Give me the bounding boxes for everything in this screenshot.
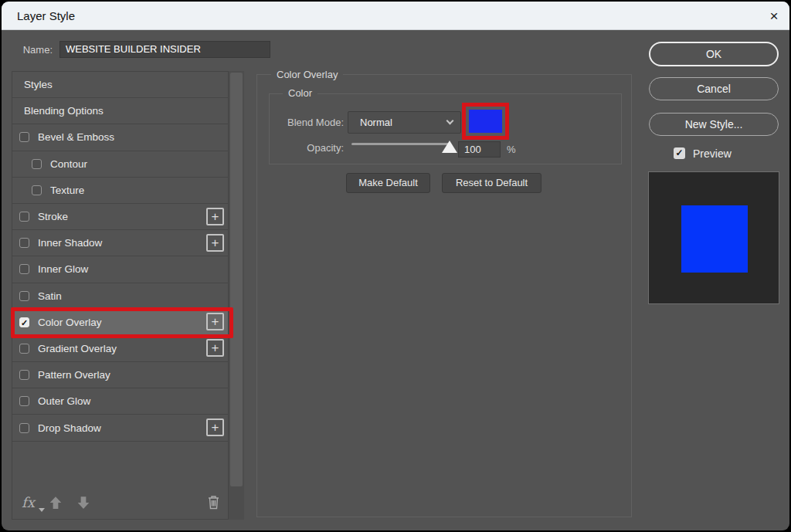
checkbox[interactable] xyxy=(19,212,29,222)
annotation-color-swatch xyxy=(462,103,509,140)
styles-list-footer: fx xyxy=(12,493,228,516)
sidebar-item-stroke[interactable]: Stroke + xyxy=(12,204,228,230)
sidebar-item-label: Stroke xyxy=(38,211,68,222)
dialog-title: Layer Style xyxy=(17,2,75,30)
sidebar-item-label: Color Overlay xyxy=(38,317,102,328)
add-effect-button[interactable]: + xyxy=(206,418,224,436)
sidebar-item-label: Gradient Overlay xyxy=(38,343,117,354)
checkbox[interactable] xyxy=(32,159,42,169)
color-overlay-group-title: Color Overlay xyxy=(271,69,343,80)
sidebar-item-label: Drop Shadow xyxy=(38,422,101,434)
add-effect-button[interactable]: + xyxy=(206,234,224,252)
sidebar-item-drop-shadow[interactable]: Drop Shadow + xyxy=(12,415,228,441)
blend-mode-value: Normal xyxy=(360,117,392,128)
add-effect-button[interactable]: + xyxy=(206,313,224,330)
preview-checkbox[interactable]: ✓ xyxy=(674,147,685,159)
cancel-button[interactable]: Cancel xyxy=(649,77,779,100)
sidebar-item-label: Inner Shadow xyxy=(38,237,102,249)
opacity-input[interactable]: 100 xyxy=(458,141,501,158)
move-effect-down-icon[interactable] xyxy=(76,496,90,510)
sidebar-item-inner-glow[interactable]: Inner Glow xyxy=(12,256,228,283)
dialog-titlebar[interactable]: Layer Style × xyxy=(2,2,789,30)
chevron-down-icon xyxy=(446,117,454,125)
sidebar-item-label: Satin xyxy=(38,290,62,302)
preview-label: Preview xyxy=(693,147,732,160)
add-effect-button[interactable]: + xyxy=(206,208,224,225)
sidebar-item-label: Inner Glow xyxy=(38,263,88,275)
checkbox[interactable] xyxy=(19,344,29,354)
opacity-slider-track[interactable] xyxy=(351,143,450,145)
move-effect-up-icon[interactable] xyxy=(49,496,63,510)
scrollbar-thumb[interactable] xyxy=(230,73,243,486)
opacity-label: Opacity: xyxy=(255,142,344,154)
checkbox[interactable] xyxy=(19,264,29,274)
sidebar-item-styles[interactable]: Styles xyxy=(12,72,228,98)
overlay-color-swatch[interactable] xyxy=(469,110,502,133)
style-preview-thumbnail xyxy=(648,171,779,304)
checkbox[interactable] xyxy=(19,396,29,406)
sidebar-item-bevel-emboss[interactable]: Bevel & Emboss xyxy=(12,124,228,151)
preview-blue-square xyxy=(681,205,748,273)
fx-caret-icon xyxy=(39,508,45,512)
make-default-button[interactable]: Make Default xyxy=(346,173,430,193)
checkbox[interactable] xyxy=(19,291,29,301)
checkbox[interactable] xyxy=(19,238,29,248)
opacity-slider-thumb[interactable] xyxy=(442,141,457,153)
sidebar-item-blending-options[interactable]: Blending Options xyxy=(12,98,228,124)
checkbox[interactable] xyxy=(19,132,29,142)
sidebar-item-color-overlay[interactable]: ✓ Color Overlay + xyxy=(12,310,228,336)
sidebar-item-outer-glow[interactable]: Outer Glow xyxy=(12,388,228,415)
blend-mode-select[interactable]: Normal xyxy=(348,111,461,134)
fx-icon[interactable]: fx xyxy=(22,494,35,510)
checkbox-checked[interactable]: ✓ xyxy=(19,317,29,327)
new-style-button[interactable]: New Style... xyxy=(649,113,779,136)
sidebar-item-gradient-overlay[interactable]: Gradient Overlay + xyxy=(12,336,228,362)
reset-to-default-button[interactable]: Reset to Default xyxy=(442,173,541,193)
name-label: Name: xyxy=(5,44,53,56)
ok-button[interactable]: OK xyxy=(649,42,779,66)
sidebar-item-inner-shadow[interactable]: Inner Shadow + xyxy=(12,230,228,256)
trash-icon[interactable] xyxy=(207,494,220,510)
sidebar-item-label: Bevel & Emboss xyxy=(38,131,114,143)
blend-mode-label: Blend Mode: xyxy=(255,117,344,128)
sidebar-item-label: Pattern Overlay xyxy=(38,369,110,381)
sidebar-item-pattern-overlay[interactable]: Pattern Overlay xyxy=(12,362,228,388)
opacity-unit: % xyxy=(507,144,516,155)
sidebar-item-label: Styles xyxy=(24,79,53,90)
sidebar-item-label: Outer Glow xyxy=(38,395,90,407)
checkbox[interactable] xyxy=(32,185,42,195)
sidebar-item-label: Texture xyxy=(50,185,84,196)
screenshot-stage: Layer Style × Name: WEBSITE BUILDER INSI… xyxy=(0,0,791,532)
checkbox[interactable] xyxy=(19,370,29,380)
sidebar-item-label: Blending Options xyxy=(24,105,104,117)
sidebar-item-label: Contour xyxy=(50,158,87,170)
styles-list-panel: Styles Blending Options Bevel & Emboss C… xyxy=(12,71,229,520)
name-input[interactable]: WEBSITE BUILDER INSIDER xyxy=(59,41,270,58)
sidebar-item-contour[interactable]: Contour xyxy=(12,151,228,178)
sidebar-item-satin[interactable]: Satin xyxy=(12,283,228,310)
checkbox[interactable] xyxy=(19,423,29,433)
color-subgroup-title: Color xyxy=(283,87,317,99)
close-icon[interactable]: × xyxy=(763,6,785,26)
styles-list-scrollbar[interactable] xyxy=(229,71,244,520)
add-effect-button[interactable]: + xyxy=(206,339,224,357)
sidebar-item-texture[interactable]: Texture xyxy=(12,178,228,204)
